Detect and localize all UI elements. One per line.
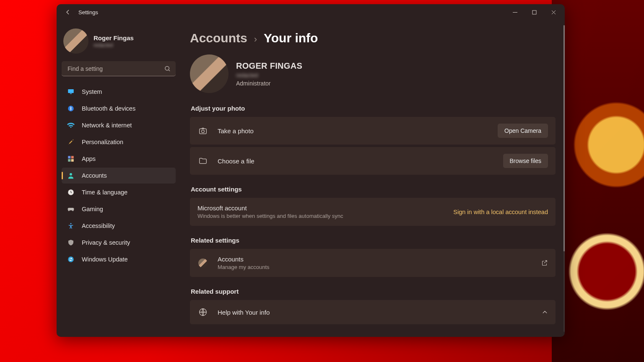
sidebar-profile[interactable]: Roger Fingas redacted — [62, 23, 176, 61]
svg-rect-6 — [71, 156, 74, 158]
sidebar-item-time-language[interactable]: Time & language — [62, 184, 176, 200]
sidebar-item-label: Bluetooth & devices — [82, 105, 135, 112]
maximize-button[interactable] — [525, 6, 544, 18]
sidebar-nav: SystemBluetooth & devicesNetwork & inter… — [62, 84, 176, 267]
breadcrumb-parent[interactable]: Accounts — [190, 31, 247, 45]
svg-rect-8 — [71, 159, 74, 162]
close-button[interactable] — [544, 6, 563, 18]
svg-rect-13 — [200, 129, 207, 134]
accounts-avatar-icon — [197, 258, 208, 269]
scrollbar-thumb[interactable] — [564, 25, 565, 251]
sidebar-item-label: Apps — [82, 155, 96, 162]
external-link-icon — [541, 259, 548, 266]
wifi-icon — [67, 121, 75, 129]
sidebar-item-system[interactable]: System — [62, 84, 176, 100]
local-account-link[interactable]: Sign in with a local account instead — [453, 209, 548, 215]
section-title-adjust-photo: Adjust your photo — [191, 105, 556, 112]
search-box[interactable] — [62, 61, 176, 76]
card-help-your-info[interactable]: Help with Your info — [190, 300, 556, 324]
sidebar-item-accounts[interactable]: Accounts — [62, 168, 176, 184]
svg-rect-5 — [68, 156, 70, 158]
related-accounts-title: Accounts — [218, 256, 532, 263]
search-icon — [164, 66, 171, 72]
sidebar-item-label: Personalization — [82, 139, 123, 145]
svg-point-12 — [68, 256, 74, 262]
chevron-up-icon — [542, 309, 548, 315]
avatar — [63, 28, 88, 54]
take-photo-label: Take a photo — [218, 127, 488, 134]
breadcrumb: Accounts › Your info — [190, 31, 556, 45]
svg-rect-2 — [68, 89, 74, 93]
sidebar: Roger Fingas redacted SystemBluetooth & … — [57, 20, 181, 337]
svg-point-11 — [70, 223, 72, 224]
back-button[interactable] — [61, 5, 75, 19]
user-email: redacted — [236, 72, 302, 78]
ms-account-title: Microsoft account — [197, 204, 444, 212]
sidebar-item-network-internet[interactable]: Network & internet — [62, 117, 176, 133]
choose-file-label: Choose a file — [218, 158, 494, 165]
sidebar-item-label: Accounts — [82, 172, 107, 179]
monitor-icon — [67, 88, 75, 96]
avatar-large — [190, 54, 229, 93]
sidebar-item-label: Accessibility — [82, 222, 115, 229]
related-accounts-sub: Manage my accounts — [218, 264, 532, 270]
card-related-accounts[interactable]: Accounts Manage my accounts — [190, 249, 556, 277]
sidebar-item-label: System — [82, 88, 102, 95]
minimize-icon — [513, 10, 517, 15]
user-display-name: ROGER FINGAS — [236, 61, 302, 71]
person-icon — [67, 171, 75, 180]
apps-icon — [67, 155, 75, 163]
breadcrumb-separator: › — [254, 34, 257, 45]
open-camera-button[interactable]: Open Camera — [498, 124, 548, 138]
card-take-photo: Take a photo Open Camera — [190, 117, 556, 145]
browse-files-button[interactable]: Browse files — [503, 154, 548, 168]
maximize-icon — [532, 10, 537, 15]
sidebar-item-privacy-security[interactable]: Privacy & security — [62, 235, 176, 251]
sidebar-item-accessibility[interactable]: Accessibility — [62, 218, 176, 234]
ms-account-sub: Windows is better when settings and file… — [197, 213, 444, 219]
main-content: Accounts › Your info ROGER FINGAS redact… — [181, 20, 565, 337]
desktop-wallpaper — [552, 0, 644, 362]
update-icon — [67, 255, 75, 264]
sidebar-item-personalization[interactable]: Personalization — [62, 134, 176, 150]
search-input[interactable] — [62, 61, 176, 76]
svg-point-1 — [165, 66, 169, 70]
camera-icon — [197, 125, 208, 136]
window-title: Settings — [78, 9, 98, 16]
sidebar-item-label: Windows Update — [82, 256, 128, 263]
accessibility-icon — [67, 222, 75, 230]
card-choose-file: Choose a file Browse files — [190, 147, 556, 175]
profile-email: redacted — [93, 42, 134, 48]
help-your-info-label: Help with Your info — [218, 309, 532, 316]
sidebar-item-windows-update[interactable]: Windows Update — [62, 251, 176, 267]
user-role: Administrator — [236, 80, 302, 87]
sidebar-item-label: Gaming — [82, 206, 103, 212]
profile-name: Roger Fingas — [93, 34, 134, 41]
sidebar-item-label: Time & language — [82, 189, 127, 196]
sidebar-item-gaming[interactable]: Gaming — [62, 201, 176, 217]
sidebar-item-label: Privacy & security — [82, 239, 130, 246]
globe-icon — [197, 307, 208, 318]
svg-rect-7 — [68, 159, 70, 162]
settings-window: Settings Roger Fingas redacted — [57, 4, 565, 337]
svg-point-14 — [202, 130, 204, 132]
minimize-button[interactable] — [505, 6, 525, 18]
svg-point-9 — [70, 173, 72, 176]
card-microsoft-account: Microsoft account Windows is better when… — [190, 198, 556, 226]
close-icon — [551, 10, 556, 15]
clock-icon — [67, 188, 75, 197]
svg-rect-3 — [70, 93, 72, 94]
bluetooth-icon — [67, 104, 75, 113]
sidebar-item-apps[interactable]: Apps — [62, 151, 176, 167]
title-bar: Settings — [57, 4, 565, 20]
section-title-account-settings: Account settings — [191, 186, 556, 193]
arrow-left-icon — [65, 9, 71, 16]
svg-rect-0 — [532, 10, 536, 14]
gamepad-icon — [67, 205, 75, 213]
section-title-related-settings: Related settings — [191, 237, 556, 244]
folder-icon — [197, 155, 208, 166]
user-header: ROGER FINGAS redacted Administrator — [190, 54, 556, 93]
shield-icon — [67, 238, 75, 247]
sidebar-item-label: Network & internet — [82, 122, 132, 129]
sidebar-item-bluetooth-devices[interactable]: Bluetooth & devices — [62, 101, 176, 116]
